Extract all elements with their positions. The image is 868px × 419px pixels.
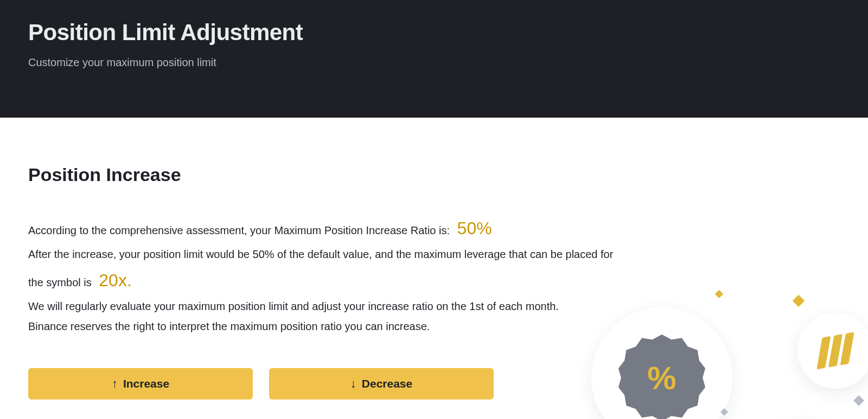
after-increase-text-1: After the increase, your position limit … — [28, 244, 625, 265]
sparkle-icon — [720, 408, 728, 416]
main-content: Position Increase According to the compr… — [0, 118, 868, 419]
increase-button-label: Increase — [123, 377, 169, 390]
page-title: Position Limit Adjustment — [28, 20, 840, 46]
increase-button[interactable]: ↑ Increase — [28, 368, 253, 399]
ratio-label-text: According to the comprehensive assessmen… — [28, 224, 450, 236]
arrow-down-icon: ↓ — [350, 378, 356, 390]
stripes-icon — [817, 333, 854, 369]
action-button-row: ↑ Increase ↓ Decrease — [28, 368, 840, 399]
evaluation-note: We will regularly evaluate your maximum … — [28, 296, 625, 317]
decrease-button-label: Decrease — [362, 377, 412, 390]
section-title: Position Increase — [28, 164, 840, 185]
leverage-value: 20x. — [94, 270, 131, 290]
ratio-value: 50% — [453, 218, 492, 238]
after-increase-text-2: the symbol is — [28, 276, 92, 288]
page-header: Position Limit Adjustment Customize your… — [0, 0, 868, 118]
rights-note: Binance reserves the right to interpret … — [28, 317, 625, 337]
decrease-button[interactable]: ↓ Decrease — [269, 368, 494, 399]
sparkle-icon — [853, 395, 864, 406]
page-subtitle: Customize your maximum position limit — [28, 56, 840, 69]
arrow-up-icon: ↑ — [112, 378, 118, 390]
sparkle-icon — [715, 290, 724, 299]
sparkle-icon — [793, 295, 805, 307]
position-description: According to the comprehensive assessmen… — [28, 212, 625, 337]
